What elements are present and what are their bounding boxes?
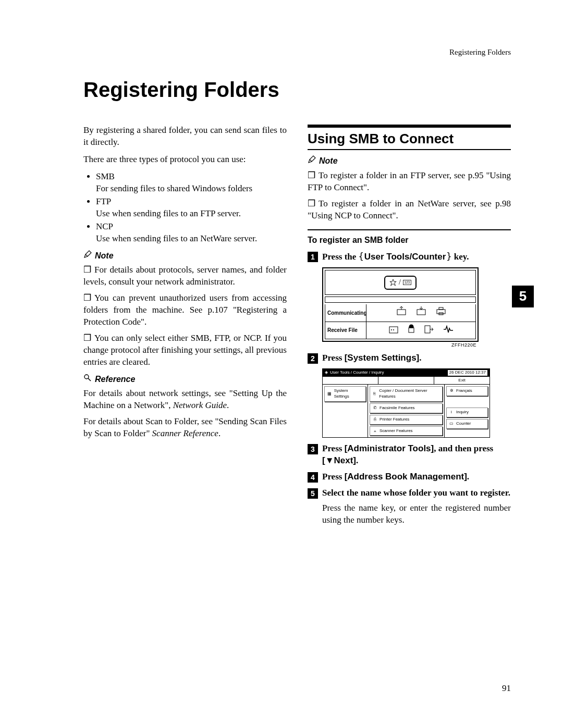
- soft-key-name: [System Settings]: [345, 353, 420, 363]
- signal-icon: [443, 324, 454, 337]
- control-panel-figure: / 123 Communicating Rec: [322, 267, 479, 348]
- protocol-ncp-desc: Use when sending files to an NetWare ser…: [96, 233, 287, 245]
- svg-rect-6: [417, 310, 425, 315]
- left-column: By registering a shared folder, you can …: [83, 125, 287, 532]
- diamond-icon: ◈: [325, 370, 328, 376]
- svg-rect-7: [437, 310, 445, 314]
- info-icon: i: [449, 410, 454, 415]
- right-column: Using SMB to Connect Note To register a …: [308, 125, 511, 532]
- fax-in-icon: [416, 306, 426, 319]
- step-text: key.: [452, 252, 469, 262]
- system-settings-screenshot: ◈ User Tools / Counter / Inquiry 26 DEC …: [322, 368, 490, 438]
- protocol-smb-name: SMB: [96, 171, 115, 181]
- magnifier-icon: [83, 374, 92, 385]
- hardware-key-name: User Tools/Counter: [359, 252, 452, 262]
- note-label-left: Note: [95, 250, 114, 262]
- page-number: 91: [502, 683, 511, 695]
- svg-line-1: [88, 378, 91, 381]
- svg-text:123: 123: [404, 281, 410, 285]
- intro-paragraph-1: By registering a shared folder, you can …: [83, 125, 287, 149]
- fax-icon: ✆: [372, 405, 377, 411]
- running-header: Registering Folders: [83, 47, 511, 57]
- copier-icon: ⎘: [372, 391, 377, 397]
- ref-doc-title: Network Guide: [173, 400, 227, 410]
- step-1: 1 Press the User Tools/Counter key.: [308, 251, 511, 263]
- soft-key-name: [▼Next]: [322, 455, 356, 465]
- screenshot-button-label: Facsimile Features: [380, 405, 415, 411]
- print-icon: [436, 306, 446, 319]
- step-number-icon: 1: [308, 252, 318, 262]
- panel-row-label-receive-file: Receive File: [325, 322, 366, 339]
- note-label-right: Note: [319, 155, 338, 167]
- figure-caption: ZFFH220E: [322, 342, 476, 348]
- globe-icon: ✲: [449, 388, 454, 394]
- note-heading-right: Note: [308, 155, 511, 167]
- section-heading: Using SMB to Connect: [308, 125, 511, 150]
- protocol-smb-desc: For sending files to shared Windows fold…: [96, 183, 287, 195]
- step-text: Press: [322, 353, 345, 363]
- screenshot-fax-features-button: ✆Facsimile Features: [370, 403, 443, 413]
- screenshot-button-label: Counter: [456, 421, 471, 427]
- counter-icon: ▭: [449, 421, 454, 427]
- svg-rect-8: [439, 307, 443, 310]
- screenshot-button-label: Copier / Document Server Features: [379, 388, 440, 400]
- step-5-body: Press the name key, or enter the registe…: [322, 502, 511, 526]
- memory-file-icon: [389, 324, 398, 337]
- step-number-icon: 2: [308, 353, 318, 364]
- screenshot-title: User Tools / Counter / Inquiry: [330, 370, 384, 376]
- step-text: .: [356, 455, 358, 465]
- step-text: , and then press: [434, 443, 493, 453]
- fax-out-icon: [396, 306, 407, 319]
- screenshot-button-label: Inquiry: [456, 410, 469, 415]
- step-text: Select the name whose folder you want to…: [322, 487, 510, 499]
- step-number-icon: 5: [308, 488, 318, 499]
- reference-item: For details about network settings, see …: [83, 388, 287, 412]
- panel-row-label-communicating: Communicating: [325, 304, 366, 321]
- pencil-icon: [83, 250, 92, 262]
- screenshot-system-settings-button: ▦ System Settings: [324, 386, 366, 402]
- soft-key-name: [Address Book Management]: [345, 472, 467, 482]
- step-text: Press the: [322, 252, 359, 262]
- reference-item: For details about Scan to Folder, see "S…: [83, 416, 287, 440]
- printer-icon: ⎙: [372, 417, 377, 423]
- note-item: To register a folder in an NetWare serve…: [308, 198, 511, 222]
- screenshot-language-button: ✲Français: [446, 386, 488, 396]
- reference-label: Reference: [95, 374, 135, 385]
- door-open-icon: [424, 324, 434, 337]
- reference-heading: Reference: [83, 374, 287, 385]
- note-item: You can only select either SMB, FTP, or …: [83, 332, 287, 368]
- gear-box-icon: ▦: [327, 391, 332, 397]
- confidential-icon: [408, 324, 415, 337]
- step-4: 4 Press [Address Book Management].: [308, 471, 511, 483]
- screenshot-scanner-features-button: ⟁Scanner Features: [370, 426, 443, 436]
- protocol-list: SMB For sending files to shared Windows …: [83, 171, 287, 245]
- intro-paragraph-2: There are three types of protocol you ca…: [83, 154, 287, 166]
- ref-text: .: [218, 428, 221, 438]
- screenshot-counter-button: ▭Counter: [446, 419, 488, 429]
- note-item: To register a folder in an FTP server, s…: [308, 170, 511, 194]
- screenshot-button-label: System Settings: [334, 388, 363, 400]
- step-text: Press: [322, 472, 345, 482]
- protocol-ftp-desc: Use when sending files to an FTP server.: [96, 208, 287, 220]
- screenshot-exit-button: Exit: [434, 377, 489, 385]
- screenshot-printer-features-button: ⎙Printer Features: [370, 415, 443, 425]
- screenshot-copier-features-button: ⎘Copier / Document Server Features: [370, 386, 443, 402]
- chapter-tab: 5: [512, 286, 534, 307]
- svg-point-0: [84, 375, 89, 379]
- note-heading-left: Note: [83, 250, 287, 262]
- screenshot-button-label: Printer Features: [380, 417, 409, 423]
- protocol-ftp-name: FTP: [96, 196, 111, 206]
- svg-marker-2: [390, 279, 396, 286]
- step-2: 2 Press [System Settings].: [308, 352, 511, 364]
- step-text: Press: [322, 443, 345, 453]
- step-5: 5 Select the name whose folder you want …: [308, 487, 511, 499]
- page-title: Registering Folders: [83, 76, 511, 104]
- user-tools-counter-key-icon: / 123: [384, 276, 417, 290]
- soft-key-name: [Administrator Tools]: [345, 443, 434, 453]
- ref-doc-title: Scanner Reference: [152, 428, 218, 438]
- svg-point-12: [393, 329, 394, 330]
- screenshot-inquiry-button: iInquiry: [446, 408, 488, 417]
- step-number-icon: 4: [308, 472, 318, 483]
- ref-text: .: [227, 400, 229, 410]
- subsection-heading: To register an SMB folder: [308, 229, 511, 246]
